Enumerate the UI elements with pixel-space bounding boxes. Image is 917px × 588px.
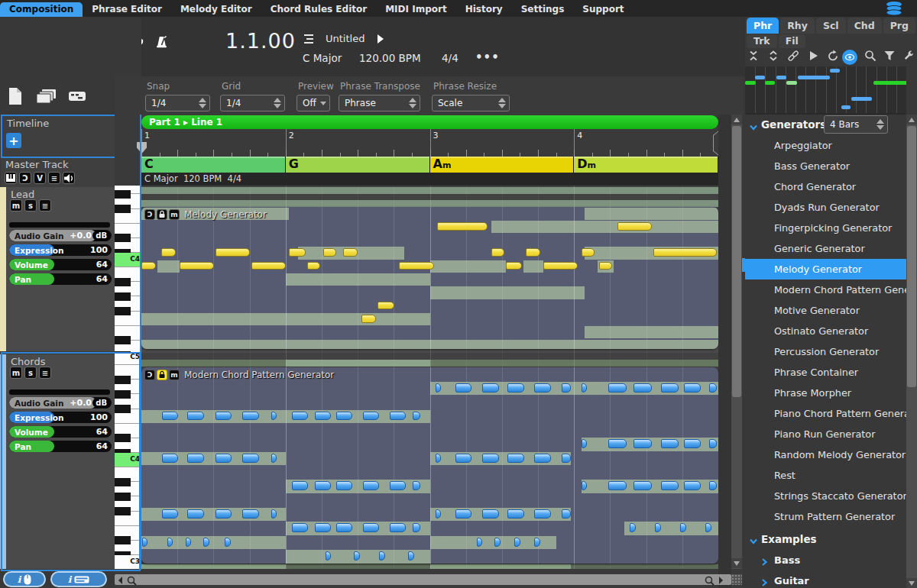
midi-note[interactable] <box>608 439 627 448</box>
menu-tab-midi-import[interactable]: MIDI Import <box>376 2 455 17</box>
midi-note[interactable] <box>363 523 380 532</box>
hscroll-zoom-icon[interactable] <box>127 574 138 585</box>
bars-selector[interactable]: 4 Bars <box>824 115 888 134</box>
midi-note[interactable] <box>534 538 540 547</box>
midi-note[interactable] <box>336 412 353 421</box>
midi-note[interactable] <box>709 383 717 393</box>
midi-note[interactable] <box>162 509 179 519</box>
volume-slider[interactable]: Volume64 <box>9 426 112 438</box>
midi-note[interactable] <box>534 509 551 519</box>
lead-lane[interactable]: ƆmMelody Generator <box>141 186 718 353</box>
midi-note[interactable] <box>455 509 472 519</box>
more-button[interactable]: ••• <box>475 50 498 64</box>
midi-note[interactable] <box>709 439 717 448</box>
midi-note[interactable] <box>390 412 407 421</box>
snap-select[interactable]: 1/4 <box>145 95 210 111</box>
generator-item-dyads-run-generator[interactable]: Dyads Run Generator <box>745 197 906 218</box>
generator-item-melody-generator[interactable]: Melody Generator <box>745 259 906 279</box>
piano-black-key[interactable] <box>115 478 131 486</box>
midi-note[interactable] <box>534 454 551 463</box>
midi-note[interactable] <box>161 248 176 257</box>
track-menu-button[interactable]: ≡ <box>39 367 51 379</box>
midi-note[interactable] <box>379 551 384 561</box>
tab-fil[interactable]: Fil <box>779 34 805 48</box>
piano-black-key[interactable] <box>115 390 131 399</box>
magnet-icon[interactable]: Ɔ <box>19 172 31 184</box>
expand-icon[interactable] <box>767 50 779 65</box>
generator-item-bass-generator[interactable]: Bass Generator <box>745 156 906 176</box>
piano-icon[interactable] <box>5 172 17 184</box>
lead-keyboard[interactable]: C4 <box>115 186 141 353</box>
menu-tab-chord-rules-editor[interactable]: Chord Rules Editor <box>261 2 376 17</box>
menu-tab-history[interactable]: History <box>456 2 512 17</box>
midi-note[interactable] <box>292 523 309 532</box>
hscroll-zoom-icon-right[interactable] <box>705 574 715 585</box>
volume-slider[interactable]: Volume64 <box>9 259 112 270</box>
phrase-mute-icon[interactable]: m <box>169 209 180 220</box>
chevron-down-icon[interactable] <box>749 121 758 130</box>
track-panel-chords[interactable]: Chordsms≡Audio Gain+0.0dBExpression100Vo… <box>6 354 115 569</box>
key-display[interactable]: C Major <box>303 52 356 64</box>
wrench-icon[interactable] <box>902 50 915 64</box>
midi-note[interactable] <box>215 412 232 421</box>
midi-note[interactable] <box>336 523 353 532</box>
menu-tab-composition[interactable]: Composition <box>0 2 83 17</box>
layers-icon[interactable] <box>35 88 57 108</box>
collapse-icon[interactable] <box>747 50 760 65</box>
midi-note[interactable] <box>336 481 353 490</box>
tempo-display[interactable]: 120.00 BPM <box>359 52 432 64</box>
midi-note[interactable] <box>633 383 652 393</box>
piano-black-key[interactable] <box>115 292 131 301</box>
generator-item-piano-chord-pattern-generator[interactable]: Piano Chord Pattern Generator <box>745 403 906 424</box>
midi-note[interactable] <box>514 538 520 547</box>
mouse-help-button[interactable]: i <box>3 571 46 587</box>
chevron-right-icon[interactable] <box>760 555 769 564</box>
midi-note[interactable] <box>242 412 259 421</box>
preview-select[interactable]: Off <box>296 95 330 111</box>
midi-note[interactable] <box>455 383 472 393</box>
midi-note[interactable] <box>363 481 380 490</box>
midi-note[interactable] <box>323 248 336 257</box>
midi-note[interactable] <box>617 222 652 231</box>
midi-note[interactable] <box>413 523 420 532</box>
midi-note[interactable] <box>390 481 407 490</box>
mute-button[interactable]: m <box>10 367 22 379</box>
midi-note[interactable] <box>507 509 524 519</box>
midi-note[interactable] <box>187 509 204 519</box>
midi-note[interactable] <box>482 509 499 519</box>
midi-note[interactable] <box>482 454 499 463</box>
expression-slider[interactable]: Expression100 <box>9 412 112 423</box>
midi-note[interactable] <box>436 383 441 393</box>
midi-note[interactable] <box>709 481 717 490</box>
eye-icon[interactable] <box>842 50 857 65</box>
midi-note[interactable] <box>315 481 332 490</box>
midi-note[interactable] <box>608 383 627 393</box>
midi-note[interactable] <box>482 383 499 393</box>
midi-note[interactable] <box>187 412 204 421</box>
chevron-down-icon[interactable] <box>749 535 758 544</box>
track-menu-button[interactable]: ≡ <box>39 199 51 212</box>
midi-note[interactable] <box>215 509 232 519</box>
midi-note[interactable] <box>315 523 332 532</box>
generator-item-percussion-generator[interactable]: Percussion Generator <box>745 341 906 362</box>
chords-lane[interactable]: ƆmModern Chord Pattern Generator <box>141 353 718 569</box>
piano-white-key[interactable]: C3 <box>115 555 141 569</box>
menu-tab-melody-editor[interactable]: Melody Editor <box>171 2 261 17</box>
generator-item-strings-staccato-generator[interactable]: Strings Staccato Generator <box>745 486 906 506</box>
midi-note[interactable] <box>562 509 571 519</box>
generator-item-fingerpicking-generator[interactable]: Fingerpicking Generator <box>745 218 906 238</box>
midi-note[interactable] <box>315 412 332 421</box>
midi-note[interactable] <box>437 222 488 231</box>
speaker-icon[interactable] <box>63 172 75 184</box>
midi-note[interactable] <box>408 551 413 561</box>
midi-note[interactable] <box>187 454 204 463</box>
phrase-melody-generator[interactable]: ƆmMelody Generator <box>141 207 718 349</box>
midi-note[interactable] <box>543 262 578 270</box>
rp-scroll-thumb[interactable] <box>907 126 916 387</box>
main-hscrollbar[interactable] <box>115 574 731 585</box>
midi-note[interactable] <box>363 412 380 421</box>
midi-note[interactable] <box>307 262 320 270</box>
midi-note[interactable] <box>242 509 259 519</box>
timesig-display[interactable]: 4/4 <box>442 52 468 64</box>
generator-item-modern-chord-pattern-generator[interactable]: Modern Chord Pattern Generator <box>745 279 906 300</box>
